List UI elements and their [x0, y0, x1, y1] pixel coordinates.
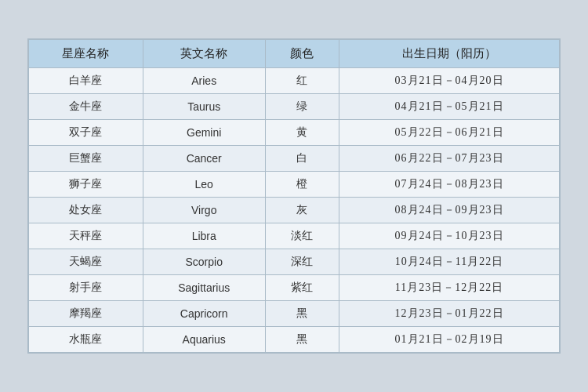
- cell-chinese-name: 狮子座: [29, 172, 143, 198]
- cell-date: 09月24日－10月23日: [339, 223, 560, 249]
- cell-date: 12月23日－01月22日: [339, 301, 560, 327]
- cell-chinese-name: 天蝎座: [29, 249, 143, 275]
- cell-color: 黑: [265, 301, 339, 327]
- cell-english-name: Gemini: [143, 120, 265, 146]
- cell-english-name: Aquarius: [143, 327, 265, 353]
- cell-chinese-name: 白羊座: [29, 68, 143, 94]
- cell-english-name: Capricorn: [143, 301, 265, 327]
- zodiac-table: 星座名称 英文名称 颜色 出生日期（阳历） 白羊座Aries红03月21日－04…: [28, 39, 560, 353]
- cell-english-name: Scorpio: [143, 249, 265, 275]
- cell-chinese-name: 水瓶座: [29, 327, 143, 353]
- cell-date: 10月24日－11月22日: [339, 249, 560, 275]
- cell-color: 橙: [265, 172, 339, 198]
- cell-color: 黑: [265, 327, 339, 353]
- cell-chinese-name: 金牛座: [29, 94, 143, 120]
- cell-date: 01月21日－02月19日: [339, 327, 560, 353]
- cell-color: 深红: [265, 249, 339, 275]
- table-row: 水瓶座Aquarius黑01月21日－02月19日: [29, 327, 560, 353]
- cell-english-name: Libra: [143, 223, 265, 249]
- cell-chinese-name: 双子座: [29, 120, 143, 146]
- table-row: 处女座Virgo灰08月24日－09月23日: [29, 198, 560, 223]
- cell-chinese-name: 摩羯座: [29, 301, 143, 327]
- cell-date: 04月21日－05月21日: [339, 94, 560, 120]
- cell-english-name: Taurus: [143, 94, 265, 120]
- cell-chinese-name: 射手座: [29, 275, 143, 301]
- table-row: 狮子座Leo橙07月24日－08月23日: [29, 172, 560, 198]
- cell-chinese-name: 巨蟹座: [29, 146, 143, 172]
- cell-color: 红: [265, 68, 339, 94]
- col-chinese-name-header: 星座名称: [29, 40, 143, 68]
- cell-english-name: Cancer: [143, 146, 265, 172]
- table-row: 巨蟹座Cancer白06月22日－07月23日: [29, 146, 560, 172]
- table-row: 摩羯座Capricorn黑12月23日－01月22日: [29, 301, 560, 327]
- table-row: 双子座Gemini黄05月22日－06月21日: [29, 120, 560, 146]
- cell-date: 11月23日－12月22日: [339, 275, 560, 301]
- col-birthday-header: 出生日期（阳历）: [339, 40, 560, 68]
- col-color-header: 颜色: [265, 40, 339, 68]
- table-row: 金牛座Taurus绿04月21日－05月21日: [29, 94, 560, 120]
- cell-english-name: Sagittarius: [143, 275, 265, 301]
- cell-color: 白: [265, 146, 339, 172]
- cell-color: 淡红: [265, 223, 339, 249]
- cell-color: 黄: [265, 120, 339, 146]
- cell-color: 绿: [265, 94, 339, 120]
- cell-english-name: Aries: [143, 68, 265, 94]
- table-row: 白羊座Aries红03月21日－04月20日: [29, 68, 560, 94]
- cell-chinese-name: 处女座: [29, 198, 143, 223]
- table-row: 天秤座Libra淡红09月24日－10月23日: [29, 223, 560, 249]
- cell-date: 07月24日－08月23日: [339, 172, 560, 198]
- cell-date: 05月22日－06月21日: [339, 120, 560, 146]
- cell-date: 06月22日－07月23日: [339, 146, 560, 172]
- cell-color: 灰: [265, 198, 339, 223]
- table-row: 天蝎座Scorpio深红10月24日－11月22日: [29, 249, 560, 275]
- zodiac-table-container: 星座名称 英文名称 颜色 出生日期（阳历） 白羊座Aries红03月21日－04…: [27, 38, 561, 354]
- cell-date: 08月24日－09月23日: [339, 198, 560, 223]
- cell-chinese-name: 天秤座: [29, 223, 143, 249]
- cell-color: 紫红: [265, 275, 339, 301]
- table-header-row: 星座名称 英文名称 颜色 出生日期（阳历）: [29, 40, 560, 68]
- cell-english-name: Virgo: [143, 198, 265, 223]
- col-english-name-header: 英文名称: [143, 40, 265, 68]
- cell-english-name: Leo: [143, 172, 265, 198]
- cell-date: 03月21日－04月20日: [339, 68, 560, 94]
- table-row: 射手座Sagittarius紫红11月23日－12月22日: [29, 275, 560, 301]
